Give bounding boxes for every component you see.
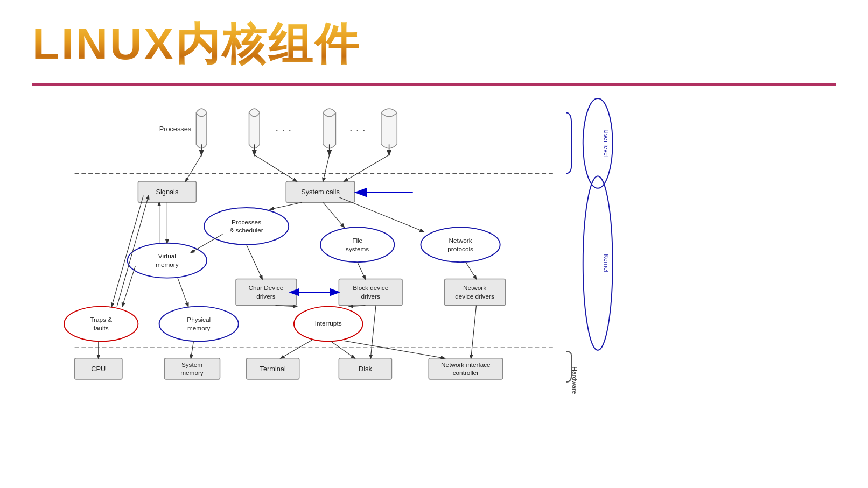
user-level-brace-top bbox=[566, 112, 571, 173]
char-device-label1: Char Device bbox=[249, 284, 284, 291]
disk-label: Disk bbox=[359, 365, 372, 373]
dots-2: . . . bbox=[349, 121, 366, 134]
proc-scheduler-label1: Processes bbox=[232, 218, 261, 225]
file-systems-label1: File bbox=[352, 237, 362, 244]
block-device-label1: Block device bbox=[353, 284, 389, 291]
system-memory-label2: memory bbox=[180, 369, 204, 376]
interrupts-terminal-arrow bbox=[281, 340, 312, 358]
file-systems-label2: systems bbox=[346, 245, 369, 252]
network-device-label1: Network bbox=[463, 284, 486, 291]
block-device-label2: drivers bbox=[361, 293, 380, 300]
page-title: LINUX内核组件 bbox=[32, 15, 361, 74]
vm-phymem-arrow bbox=[178, 278, 188, 307]
system-memory-label1: System bbox=[181, 361, 202, 368]
physical-memory-label1: Physical bbox=[187, 316, 211, 323]
diagram-area: . . . . . . Processes Signals System cal… bbox=[32, 97, 836, 466]
nic-label1: Network interface bbox=[441, 361, 491, 368]
traps-faults-label2: faults bbox=[94, 324, 109, 331]
char-device-label2: drivers bbox=[256, 293, 275, 300]
syscalls-procsch-arrow bbox=[270, 202, 302, 209]
procsch-char-arrow bbox=[247, 245, 262, 279]
hardware-brace bbox=[566, 351, 571, 382]
process-shape-2 bbox=[249, 109, 260, 155]
syscalls-filesys-arrow bbox=[323, 202, 344, 227]
interrupts-nic-arrow bbox=[344, 341, 444, 358]
proc-scheduler-label2: & scheduler bbox=[230, 227, 263, 234]
signals-label: Signals bbox=[156, 188, 178, 196]
vm-traps-arrow bbox=[122, 266, 136, 307]
process-shape-1 bbox=[196, 109, 207, 155]
hardware-text: Hardware bbox=[571, 367, 578, 394]
virtual-memory-label1: Virtual bbox=[158, 252, 176, 259]
title-divider bbox=[32, 83, 836, 86]
terminal-label: Terminal bbox=[260, 365, 286, 373]
system-calls-label: System calls bbox=[301, 188, 340, 196]
netdev-nic-arrow bbox=[471, 306, 477, 358]
proc4-to-syscalls bbox=[344, 155, 389, 181]
traps-faults-label1: Traps & bbox=[90, 316, 112, 323]
block-disk-arrow bbox=[370, 306, 376, 358]
process-shape-4 bbox=[381, 109, 397, 155]
nic-label2: controller bbox=[453, 369, 479, 376]
user-level-text: User level bbox=[603, 129, 610, 157]
proc1-to-signals bbox=[186, 155, 201, 181]
cpu-label: CPU bbox=[91, 365, 106, 373]
phymem-sysmem-arrow bbox=[191, 341, 194, 358]
network-device-label2: device drivers bbox=[455, 293, 494, 300]
filesys-block-arrow bbox=[358, 262, 366, 279]
interrupts-label: Interrupts bbox=[315, 320, 342, 327]
virtual-memory-label2: memory bbox=[156, 261, 179, 268]
proc2-to-syscalls bbox=[254, 155, 297, 181]
kernel-text: Kernel bbox=[603, 254, 610, 272]
proc3-to-syscalls bbox=[323, 155, 330, 181]
interrupts-disk-arrow bbox=[331, 341, 355, 358]
processes-label: Processes bbox=[159, 125, 192, 133]
process-shape-3 bbox=[323, 109, 336, 155]
dots-1: . . . bbox=[275, 121, 291, 134]
physical-memory-label2: memory bbox=[187, 324, 211, 331]
netprot-netdev-arrow bbox=[466, 262, 477, 279]
procsch-vm-arrow bbox=[191, 234, 223, 252]
syscalls-netprot-arrow bbox=[339, 197, 423, 231]
network-protocols-label1: Network bbox=[449, 237, 472, 244]
network-protocols-label2: protocols bbox=[447, 245, 473, 252]
